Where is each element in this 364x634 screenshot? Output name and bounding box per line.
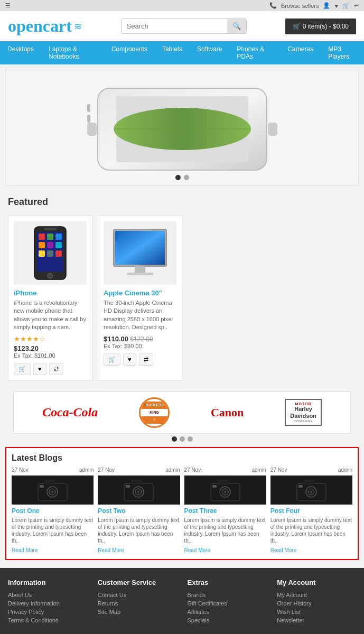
- search-button[interactable]: 🔍: [227, 19, 246, 33]
- blogs-grid: 27 Nov admin Post One Lorem Ipsum is sim…: [12, 467, 352, 554]
- footer-col-extras: Extras Brands Gift Certificates Affiliat…: [188, 579, 267, 626]
- browse-sellers[interactable]: Browse sellers: [281, 3, 319, 9]
- brand-dot-1[interactable]: [172, 436, 177, 442]
- footer-link-privacy[interactable]: Privacy Policy: [8, 609, 87, 615]
- blog-image-2: [98, 476, 180, 505]
- footer-link-myaccount[interactable]: My Account: [277, 592, 356, 598]
- footer-link-affiliates[interactable]: Affiliates: [188, 609, 267, 615]
- footer-col-account: My Account My Account Order History Wish…: [277, 579, 356, 626]
- product-card-cinema: Apple Cinema 30" The 30-inch Apple Cinem…: [98, 216, 182, 381]
- blog-text-3: Lorem Ipsum is simply dummy text of the …: [184, 517, 266, 544]
- footer-link-newsletter[interactable]: Newsletter: [277, 617, 356, 623]
- product-price-new-cinema: $110.00: [104, 335, 128, 343]
- read-more-3[interactable]: Read More: [184, 547, 210, 553]
- header: opencart ≋ 🔍 🛒 0 item(s) - $0.00: [0, 11, 364, 41]
- blog-card-4: 27 Nov admin Post Four Lorem Ipsum is si…: [270, 467, 352, 554]
- svg-rect-14: [47, 242, 53, 248]
- svg-rect-20: [44, 228, 57, 230]
- nav-phones[interactable]: Phones & PDAs: [229, 41, 280, 64]
- footer-link-wishlist[interactable]: Wish List: [277, 609, 356, 615]
- footer-col-information: Information About Us Delivery Informatio…: [8, 579, 87, 626]
- blog-text-2: Lorem Ipsum is simply dummy text of the …: [98, 517, 180, 544]
- brand-dot-3[interactable]: [188, 436, 193, 442]
- footer-link-about[interactable]: About Us: [8, 592, 87, 598]
- wishlist-icon[interactable]: ♥: [334, 3, 338, 9]
- blog-title-4[interactable]: Post Four: [270, 507, 352, 515]
- logo[interactable]: opencart ≋: [8, 16, 82, 36]
- product-card-iphone: iPhone iPhone is a revolutionary new mob…: [8, 216, 92, 381]
- footer-link-contact[interactable]: Contact Us: [98, 592, 177, 598]
- return-icon[interactable]: ↩: [354, 2, 359, 9]
- blog-text-1: Lorem Ipsum is simply dummy text of the …: [12, 517, 94, 544]
- footer-col-title-customer: Customer Service: [98, 579, 177, 586]
- nav-software[interactable]: Software: [190, 41, 229, 64]
- svg-point-19: [48, 273, 53, 278]
- read-more-2[interactable]: Read More: [98, 547, 124, 553]
- search-input[interactable]: [122, 19, 227, 33]
- slider-dot-2[interactable]: [184, 175, 189, 180]
- cart-button[interactable]: 🛒 0 item(s) - $0.00: [285, 18, 356, 34]
- blog-title-2[interactable]: Post Two: [98, 507, 180, 515]
- svg-rect-38: [218, 480, 228, 485]
- svg-rect-5: [268, 123, 277, 136]
- add-to-cart-iphone[interactable]: 🛒: [14, 363, 31, 375]
- blogs-section: Latest Blogs 27 Nov admin Post One Lorem…: [5, 447, 359, 560]
- read-more-1[interactable]: Read More: [12, 547, 38, 553]
- footer-link-gift[interactable]: Gift Certificates: [188, 600, 267, 607]
- nav-mp3[interactable]: MP3 Players: [321, 41, 364, 64]
- blog-title-3[interactable]: Post Three: [184, 507, 266, 515]
- product-image-cinema: [104, 221, 176, 285]
- footer-col-title-extras: Extras: [188, 579, 267, 586]
- nav-laptops[interactable]: Laptops & Notebooks: [41, 41, 104, 64]
- svg-rect-12: [55, 234, 62, 240]
- blog-date-3: 27 Nov: [184, 467, 201, 473]
- footer-link-brands[interactable]: Brands: [188, 592, 267, 598]
- blog-card-1: 27 Nov admin Post One Lorem Ipsum is sim…: [12, 467, 94, 554]
- footer-link-delivery[interactable]: Delivery Information: [8, 600, 87, 607]
- read-more-4[interactable]: Read More: [270, 547, 296, 553]
- menu-icon[interactable]: ☰: [5, 2, 11, 9]
- blog-card-2: 27 Nov admin Post Two Lorem Ipsum is sim…: [98, 467, 180, 554]
- nav-tablets[interactable]: Tablets: [155, 41, 190, 64]
- nav-cameras[interactable]: Cameras: [280, 41, 321, 64]
- product-desc-iphone: iPhone is a revolutionary new mobile pho…: [14, 299, 87, 332]
- compare-cinema[interactable]: ⇄: [139, 353, 153, 366]
- svg-rect-18: [55, 250, 62, 257]
- svg-rect-30: [40, 485, 44, 488]
- svg-point-35: [137, 491, 139, 493]
- product-prices-cinema: $110.00 $122.00: [104, 335, 176, 343]
- cart-icon-top[interactable]: 🛒: [342, 2, 350, 9]
- blog-date-4: 27 Nov: [270, 467, 287, 473]
- blog-image-4: [270, 476, 352, 505]
- nav-desktops[interactable]: Desktops: [0, 41, 41, 64]
- svg-rect-11: [47, 234, 53, 240]
- svg-rect-13: [39, 242, 45, 248]
- slider-dot-1[interactable]: [175, 175, 181, 180]
- footer-link-returns[interactable]: Returns: [98, 600, 177, 607]
- compare-iphone[interactable]: ⇄: [49, 363, 63, 375]
- svg-rect-23: [135, 266, 145, 273]
- wishlist-iphone[interactable]: ♥: [33, 363, 46, 375]
- footer-link-sitemap[interactable]: Site Map: [98, 609, 177, 615]
- footer-link-specials[interactable]: Specials: [188, 617, 267, 623]
- blog-title-1[interactable]: Post One: [12, 507, 94, 515]
- footer-col-title-information: Information: [8, 579, 87, 586]
- brand-dot-2[interactable]: [180, 436, 185, 442]
- nav-components[interactable]: Components: [104, 41, 155, 64]
- product-actions-iphone: 🛒 ♥ ⇄: [14, 363, 87, 375]
- blog-date-1: 27 Nov: [12, 467, 29, 473]
- top-bar: ☰ 📞 Browse sellers 👤 ♥ 🛒 ↩: [0, 0, 364, 11]
- product-name-cinema[interactable]: Apple Cinema 30": [104, 289, 176, 297]
- svg-rect-44: [304, 480, 314, 485]
- wishlist-cinema[interactable]: ♥: [123, 353, 136, 366]
- footer-link-orderhistory[interactable]: Order History: [277, 600, 356, 607]
- add-to-cart-cinema[interactable]: 🛒: [104, 353, 120, 366]
- phone-icon: 📞: [269, 2, 277, 9]
- svg-rect-22: [115, 231, 165, 265]
- search-bar: 🔍: [121, 18, 247, 34]
- account-icon[interactable]: 👤: [323, 2, 330, 9]
- product-extax-cinema: Ex Tax: $90.00: [104, 343, 176, 349]
- product-actions-cinema: 🛒 ♥ ⇄: [104, 353, 176, 366]
- footer-link-terms[interactable]: Terms & Conditions: [8, 617, 87, 623]
- product-name-iphone[interactable]: iPhone: [14, 289, 87, 297]
